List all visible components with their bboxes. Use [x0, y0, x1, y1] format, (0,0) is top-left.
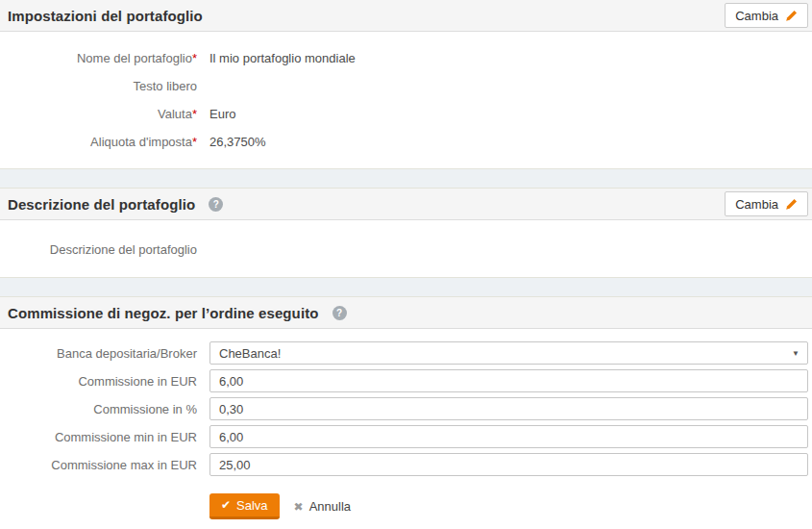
- field-label: Valuta*: [0, 107, 197, 121]
- description-fields: Descrizione del portafoglio: [0, 220, 812, 277]
- form-row-commission-pct: Commissione in %: [0, 397, 808, 420]
- field-label: Testo libero: [0, 79, 197, 93]
- change-button-label: Cambia: [735, 197, 778, 212]
- pencil-icon: [785, 198, 798, 211]
- settings-change-button[interactable]: Cambia: [725, 3, 808, 28]
- form-row-broker: Banca depositaria/Broker CheBanca! ▼: [0, 341, 808, 365]
- description-title: Descrizione del portafoglio: [8, 196, 195, 213]
- portfolio-settings-page: Impostazioni del portafoglio Cambia Nome…: [0, 0, 812, 519]
- field-row-currency: Valuta* Euro: [0, 100, 808, 128]
- cancel-button[interactable]: ✖ Annulla: [294, 499, 351, 514]
- field-row-tax-rate: Aliquota d'imposta* 26,3750%: [0, 128, 808, 156]
- section-separator: [0, 168, 812, 189]
- form-actions: ✔ Salva ✖ Annulla: [209, 493, 808, 519]
- check-icon: ✔: [221, 499, 231, 511]
- field-value: 26,3750%: [209, 135, 266, 149]
- section-portfolio-settings: Impostazioni del portafoglio Cambia Nome…: [0, 0, 812, 168]
- field-label: Nome del portafoglio*: [0, 51, 197, 65]
- required-mark: *: [192, 135, 197, 149]
- commission-max-label: Commissione max in EUR: [0, 458, 197, 472]
- settings-header: Impostazioni del portafoglio Cambia: [0, 0, 812, 32]
- field-value: Il mio portafoglio mondiale: [209, 51, 356, 65]
- form-row-commission-max: Commissione max in EUR: [0, 453, 808, 476]
- broker-select-wrap: CheBanca! ▼: [209, 341, 808, 365]
- commission-min-label: Commissione min in EUR: [0, 430, 197, 444]
- commission-title: Commissione di negoz. per l’ordine esegu…: [8, 305, 319, 321]
- required-mark: *: [192, 107, 197, 121]
- help-icon[interactable]: ?: [209, 197, 223, 212]
- commission-eur-label: Commissione in EUR: [0, 374, 197, 389]
- field-row-free-text: Testo libero: [0, 72, 808, 100]
- form-row-commission-eur: Commissione in EUR: [0, 369, 808, 392]
- form-row-actions: ✔ Salva ✖ Annulla: [0, 481, 808, 519]
- settings-title: Impostazioni del portafoglio: [8, 8, 203, 24]
- help-icon[interactable]: ?: [332, 306, 347, 320]
- commission-min-input[interactable]: [209, 425, 808, 448]
- close-icon: ✖: [294, 501, 304, 513]
- section-portfolio-description: Descrizione del portafoglio ? Cambia Des…: [0, 189, 812, 277]
- commission-form: Banca depositaria/Broker CheBanca! ▼ Com…: [0, 329, 812, 519]
- commission-header: Commissione di negoz. per l’ordine esegu…: [0, 297, 812, 329]
- field-label: Descrizione del portafoglio: [0, 242, 197, 257]
- commission-eur-input[interactable]: [209, 369, 808, 392]
- description-header: Descrizione del portafoglio ? Cambia: [0, 189, 812, 220]
- commission-pct-label: Commissione in %: [0, 402, 197, 416]
- broker-label: Banca depositaria/Broker: [0, 346, 197, 361]
- settings-fields: Nome del portafoglio* Il mio portafoglio…: [0, 32, 812, 168]
- change-button-label: Cambia: [735, 9, 778, 23]
- field-value: Euro: [209, 107, 235, 121]
- field-row-portfolio-name: Nome del portafoglio* Il mio portafoglio…: [0, 44, 808, 72]
- commission-max-input[interactable]: [209, 453, 808, 476]
- save-button-label: Salva: [236, 498, 268, 513]
- description-change-button[interactable]: Cambia: [725, 191, 808, 216]
- broker-select[interactable]: CheBanca!: [209, 341, 808, 365]
- section-commission: Commissione di negoz. per l’ordine esegu…: [0, 297, 812, 519]
- pencil-icon: [785, 10, 798, 22]
- required-mark: *: [192, 51, 197, 65]
- form-row-commission-min: Commissione min in EUR: [0, 425, 808, 448]
- cancel-button-label: Annulla: [309, 499, 351, 514]
- save-button[interactable]: ✔ Salva: [209, 493, 280, 519]
- section-separator: [0, 277, 812, 297]
- field-row-description: Descrizione del portafoglio: [0, 236, 808, 264]
- commission-pct-input[interactable]: [209, 397, 808, 420]
- field-label: Aliquota d'imposta*: [0, 135, 197, 149]
